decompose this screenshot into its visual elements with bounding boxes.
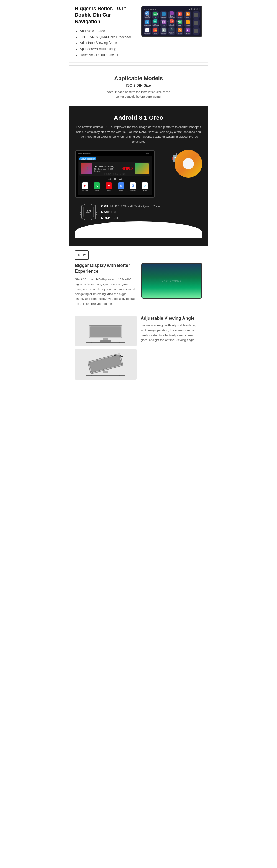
track-artist: Alec Benjamin - Let Me Down... <box>94 168 120 172</box>
app-downloads[interactable]: ↓ Downloads <box>144 19 151 27</box>
app-torque[interactable]: Tq Torque <box>176 27 184 35</box>
android-device-row: EASY-SAVINGS APPS WIDGETS 2:37 AM EasyCo… <box>75 150 202 198</box>
spotify-icon: ♫ <box>93 182 100 189</box>
next-btn[interactable]: ⏭ <box>119 178 122 181</box>
display-watermark: EASY-SAVINGS <box>162 280 182 282</box>
now-playing-card: 🎵 Let Me Down Slowly Alec Benjamin - Let… <box>80 161 150 176</box>
indicator-dot <box>117 193 120 193</box>
models-heading: Applicable Models <box>75 75 202 82</box>
app-extra3[interactable] <box>193 27 200 35</box>
app-chrome[interactable]: ⊕ Chrome <box>176 11 184 19</box>
oreo-circle <box>174 150 202 178</box>
play-btn[interactable]: ⏸ <box>114 178 116 181</box>
rom-label: ROM: <box>101 216 110 220</box>
cpu-chip-wrap: A7 <box>80 204 97 221</box>
app-grid: APK APK Installer AUX AUX ⌁ Bluetooth Bo… <box>144 11 200 35</box>
adjustable-section: Adjustable Viewing Angle Innovation desi… <box>69 312 208 384</box>
display-description: Giant 10.1 inch HD display with 1024x600… <box>75 277 137 307</box>
prev-btn[interactable]: ⏮ <box>108 178 111 181</box>
device-mockup: EASY-SAVINGS APPS WIDGETS ▶ 00:14 □ ◁ AP… <box>141 5 202 37</box>
app-a2d[interactable]: A2D A2D <box>176 19 184 27</box>
android-app-netflix[interactable]: N Netflix <box>104 182 114 191</box>
google-label: Google <box>130 189 135 191</box>
app-apk[interactable]: APK APK Installer <box>144 11 151 19</box>
ram-label: RAM: <box>101 210 110 214</box>
mount-side-svg <box>83 352 128 377</box>
indicator-dot-active <box>110 193 114 193</box>
hero-device-image: EASY-SAVINGS APPS WIDGETS ▶ 00:14 □ ◁ AP… <box>141 5 202 37</box>
device-status-bar: APPS WIDGETS ▶ 00:14 □ ◁ <box>144 8 200 10</box>
android-app-youtube[interactable]: ▶ YouTube <box>80 182 90 191</box>
netflix-thumbnail <box>135 163 149 174</box>
maps-icon: ◈ <box>118 182 124 189</box>
svg-point-31 <box>91 375 92 376</box>
svg-point-25 <box>119 342 120 343</box>
oreo-logo <box>174 150 202 178</box>
app-settings[interactable]: ⚙ Settings <box>160 27 167 35</box>
display-device-image: EASY-SAVINGS <box>141 263 202 299</box>
status-left: APPS WIDGETS <box>78 153 90 155</box>
app-boot[interactable]: Boot Boot Animation <box>168 11 175 19</box>
indicator-dot <box>114 193 117 193</box>
feature-item: Android 8.1 Oreo <box>80 28 137 34</box>
youtube-icon: ▶ <box>82 182 88 189</box>
android-content: EasyConnection 🎵 Let Me Down Slowly Alec… <box>78 156 152 195</box>
app-steering[interactable]: ⊙ Steering wheel <box>168 27 175 35</box>
netflix-label: Netflix <box>107 189 111 191</box>
track-info: Let Me Down Slowly Alec Benjamin - Let M… <box>94 165 120 172</box>
app-bluetooth[interactable]: ⌁ Bluetooth <box>160 11 167 19</box>
wave-bottom <box>75 221 202 238</box>
easy-connection-label: EasyConnection <box>80 157 96 160</box>
cpu-info-block: CPU: MTK 1.2GHz ARM A7 Quad-Core RAM: 1G… <box>101 204 160 222</box>
status-time: ▶ 00:14 □ ◁ <box>189 8 200 10</box>
hero-title: Bigger is Better. 10.1" Double Din Car N… <box>75 5 137 25</box>
cpu-chip-svg: A7 <box>80 204 97 220</box>
mount-side-image <box>75 349 137 379</box>
adjustable-description: Innovation design with adjustable rotati… <box>141 323 202 342</box>
youtube-label: YouTube <box>82 189 88 191</box>
easy-connection-bar: EasyConnection <box>80 157 150 160</box>
rom-row: ROM: 16GB <box>101 215 160 222</box>
android-description: The newest Android 8.1 OS improves memor… <box>75 125 202 144</box>
android-app-play[interactable]: ▷ Play <box>140 182 150 191</box>
android-device-mockup: EASY-SAVINGS APPS WIDGETS 2:37 AM EasyCo… <box>75 150 155 198</box>
ram-value: 1GB <box>111 210 117 214</box>
models-note: Note: Please confirm the installation si… <box>103 90 174 99</box>
cpu-value: MTK 1.2GHz ARM A7 Quad-Core <box>110 205 160 208</box>
display-content: Bigger Display with Better Experience Gi… <box>75 263 202 306</box>
cpu-row: CPU: MTK 1.2GHz ARM A7 Quad-Core <box>101 204 160 210</box>
display-size-icon: 10.1" <box>75 250 89 260</box>
status-time: 2:37 AM <box>146 153 152 155</box>
app-radio[interactable]: 📻 Radio <box>152 27 159 35</box>
app-music[interactable]: ♪ Music <box>184 19 191 27</box>
models-subtitle: ISO 2 DIN Size <box>75 83 202 87</box>
android-section: Android 8.1 Oreo The newest Android 8.1 … <box>69 106 208 246</box>
app-aux[interactable]: AUX AUX <box>152 11 159 19</box>
svg-point-24 <box>91 342 92 343</box>
android-app-spotify[interactable]: ♫ Spotify <box>91 182 102 191</box>
app-playstore[interactable]: ▷ Play Store <box>144 27 151 35</box>
mount-images <box>75 316 137 379</box>
android-app-maps[interactable]: ◈ Maps <box>115 182 126 191</box>
svg-rect-21 <box>103 338 108 340</box>
app-extra2[interactable] <box>193 19 200 27</box>
app-eq[interactable]: EQ EQ <box>160 19 167 27</box>
app-video[interactable]: ▶ Video <box>184 27 191 35</box>
oreo-mascot-area: 🤖 <box>169 150 202 194</box>
android-heading: Android 8.1 Oreo <box>75 114 202 121</box>
app-es-explorer[interactable]: ES ES File Explorer <box>168 19 175 27</box>
app-easy-connected[interactable]: EC Easy Connected <box>152 19 159 27</box>
widgets-tab: WIDGETS <box>150 8 159 10</box>
app-color[interactable]: Col Color <box>184 11 191 19</box>
status-left: APPS WIDGETS <box>144 8 159 10</box>
netflix-badge: NETFLIX <box>121 167 133 170</box>
cpu-section: A7 CPU: MTK 1.2GHz ARM A7 Quad-Core RAM:… <box>75 198 202 222</box>
maps-label: Maps <box>119 189 123 191</box>
track-title: Let Me Down Slowly <box>94 165 120 167</box>
spotify-label: Spotify <box>94 189 100 191</box>
svg-text:A7: A7 <box>86 210 91 214</box>
feature-item: Adjustable Viewing Angle <box>80 40 137 46</box>
app-extra1[interactable] <box>193 11 200 19</box>
android-app-google[interactable]: G Google <box>128 182 138 191</box>
netflix-icon: N <box>106 182 112 189</box>
